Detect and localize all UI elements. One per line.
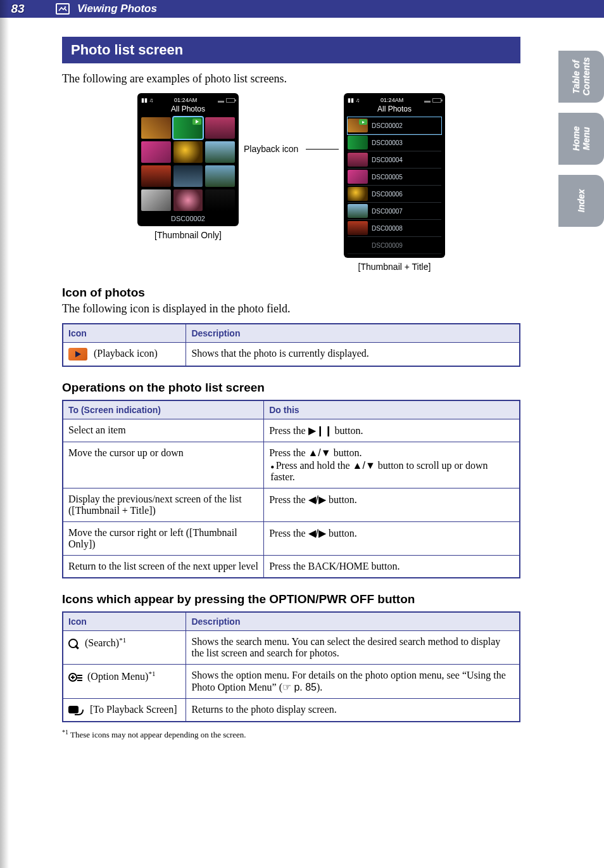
th-description: Description (186, 612, 520, 631)
table-operations: To (Screen indication) Do this Select an… (62, 400, 520, 578)
tab-label: HomeMenu (571, 127, 591, 151)
cell-description: Shows the search menu. You can select th… (186, 631, 520, 665)
section-title: Viewing Photos (77, 3, 157, 15)
example-screens-row: ▮▮ ♫ 01:24AM All Photos (62, 93, 520, 272)
svg-point-0 (65, 6, 66, 8)
photo-section-icon (56, 3, 70, 15)
list-item: DSC00003 (348, 134, 441, 151)
cell-description: Shows the option menu. For details on th… (186, 665, 520, 699)
cell-icon: (Playback icon) (63, 343, 186, 367)
tab-label: Index (576, 189, 586, 213)
header-bar: 83 Viewing Photos (0, 0, 604, 18)
th-to: To (Screen indication) (63, 400, 264, 419)
play-pause-symbol: ▶❙❙ (308, 425, 332, 436)
thumbnail-title-list: DSC00002 DSC00003 DSC00004 DSC00005 DSC0… (348, 117, 441, 254)
th-do-this: Do this (264, 400, 520, 419)
thumbnail-title-column: ▮▮ ♫ 01:24AM All Photos DSC00002 DSC0000… (344, 93, 445, 272)
left-right-symbol: ◀/▶ (308, 528, 326, 539)
device-thumbnail-title: ▮▮ ♫ 01:24AM All Photos DSC00002 DSC0000… (344, 93, 445, 258)
table-row: (Option Menu)*1 Shows the option menu. F… (63, 665, 520, 699)
th-icon: Icon (63, 324, 186, 343)
to-playback-screen-icon (68, 706, 85, 716)
clock-label: 01:24AM (381, 97, 403, 103)
list-item: DSC00005 (348, 169, 441, 186)
clock-label: 01:24AM (174, 97, 197, 103)
table-row: Select an item Press the ▶❙❙ button. (63, 419, 520, 442)
icon-of-photos-intro: The following icon is displayed in the p… (62, 302, 520, 316)
device-title: All Photos (348, 105, 441, 113)
thumbnail-only-column: ▮▮ ♫ 01:24AM All Photos (137, 93, 239, 240)
tab-label: Table ofContents (571, 58, 591, 96)
callout-playback-icon: Playback icon (244, 144, 339, 154)
table-row: [To Playback Screen] Returns to the phot… (63, 699, 520, 722)
thumbnail-grid (141, 117, 235, 211)
playback-icon (68, 348, 87, 361)
table-row: Display the previous/next screen of the … (63, 488, 520, 522)
list-item: DSC00006 (348, 186, 441, 203)
pause-note-icon: ▮▮ ♫ (141, 97, 153, 103)
thumbnail-footer-label: DSC00002 (141, 215, 235, 222)
up-down-symbol: ▲/▼ (308, 447, 331, 458)
th-description: Description (186, 324, 520, 343)
list-item: DSC00004 (348, 151, 441, 169)
table-row: Move the cursor up or down Press the ▲/▼… (63, 442, 520, 488)
cell-to: Move the cursor right or left ([Thumbnai… (63, 522, 264, 556)
intro-paragraph: The following are examples of photo list… (62, 72, 520, 86)
th-icon: Icon (63, 612, 186, 631)
cell-to: Select an item (63, 419, 264, 442)
page-left-shadow (0, 0, 9, 868)
heading-icon-of-photos: Icon of photos (62, 286, 520, 300)
cell-do: Press the ▶❙❙ button. (264, 419, 520, 442)
battery-icon (226, 98, 235, 103)
table-row: Return to the list screen of the next up… (63, 556, 520, 578)
caption-thumbnail-only: [Thumbnail Only] (137, 230, 239, 240)
table-option-icons: Icon Description (Search)*1 Shows the se… (62, 611, 520, 722)
playback-badge-icon (192, 118, 201, 125)
table-row: (Search)*1 Shows the search menu. You ca… (63, 631, 520, 665)
pause-note-icon: ▮▮ ♫ (348, 97, 360, 103)
side-tabs: Table ofContents HomeMenu Index (558, 51, 604, 227)
tab-home-menu[interactable]: HomeMenu (558, 113, 604, 165)
cell-icon: (Option Menu)*1 (63, 665, 186, 699)
cell-icon: [To Playback Screen] (63, 699, 186, 722)
callout-label: Playback icon (244, 144, 298, 154)
cell-icon: (Search)*1 (63, 631, 186, 665)
list-item: DSC00002 (348, 117, 441, 134)
list-item: DSC00009 (348, 237, 441, 254)
up-down-symbol: ▲/▼ (353, 460, 375, 471)
table-row: (Playback icon) Shows that the photo is … (63, 343, 520, 367)
search-icon (68, 639, 80, 650)
cell-to: Move the cursor up or down (63, 442, 264, 488)
device-thumbnail-only: ▮▮ ♫ 01:24AM All Photos (137, 93, 239, 226)
caption-thumbnail-title: [Thumbnail + Title] (344, 262, 445, 272)
heading-option-icons: Icons which appear by pressing the OPTIO… (62, 592, 520, 606)
cell-do: Press the ▲/▼ button. Press and hold the… (264, 442, 520, 488)
section-banner: Photo list screen (62, 37, 520, 63)
signal-icon (424, 98, 431, 103)
cell-description: Returns to the photo display screen. (186, 699, 520, 722)
cell-do: Press the BACK/HOME button. (264, 556, 520, 578)
battery-icon (432, 98, 441, 103)
tab-index[interactable]: Index (558, 175, 604, 227)
list-item: DSC00008 (348, 220, 441, 237)
playback-badge-icon (359, 119, 367, 125)
tab-table-of-contents[interactable]: Table ofContents (558, 51, 604, 103)
footnote: *1 These icons may not appear depending … (62, 729, 520, 740)
table-icon-of-photos: Icon Description (Playback icon) Shows t… (62, 323, 520, 367)
status-bar: ▮▮ ♫ 01:24AM (348, 97, 441, 103)
heading-operations: Operations on the photo list screen (62, 381, 520, 395)
bullet-item: Press and hold the ▲/▼ button to scroll … (270, 460, 514, 483)
left-right-symbol: ◀/▶ (308, 494, 326, 505)
list-item: DSC00007 (348, 203, 441, 220)
status-bar: ▮▮ ♫ 01:24AM (141, 97, 235, 103)
page-ref-link[interactable]: ☞ p. 85 (282, 682, 317, 692)
cell-to: Display the previous/next screen of the … (63, 488, 264, 522)
cell-to: Return to the list screen of the next up… (63, 556, 264, 578)
table-row: Move the cursor right or left ([Thumbnai… (63, 522, 520, 556)
signal-icon (218, 98, 224, 103)
option-menu-icon (68, 673, 82, 683)
cell-do: Press the ◀/▶ button. (264, 522, 520, 556)
cell-do: Press the ◀/▶ button. (264, 488, 520, 522)
device-title: All Photos (141, 105, 235, 113)
cell-description: Shows that the photo is currently displa… (186, 343, 520, 367)
